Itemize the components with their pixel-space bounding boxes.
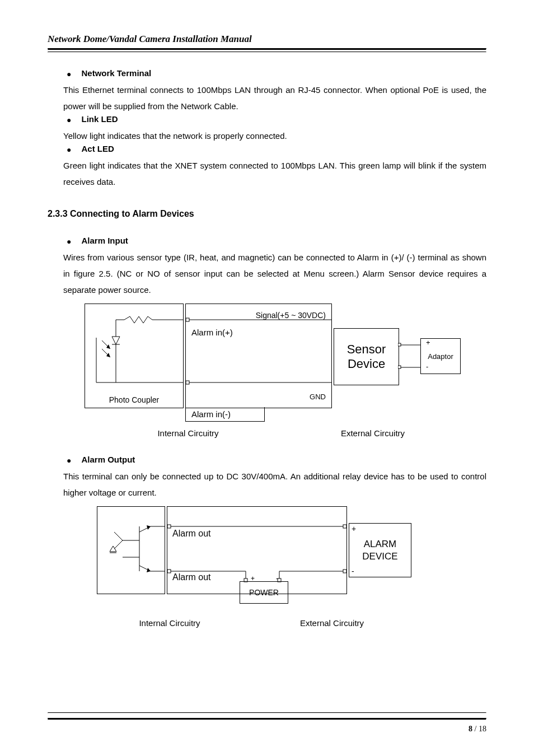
svg-marker-27: [147, 568, 151, 572]
svg-rect-12: [186, 318, 189, 321]
power-minus: -: [276, 575, 278, 582]
diagram1-caption-right: External Circuitry: [280, 428, 465, 438]
svg-line-20: [114, 540, 123, 549]
alarm-out-label-1: Alarm out: [172, 529, 210, 539]
d2-left-box: [97, 506, 165, 594]
diagram1-caption-left: Internal Circuitry: [85, 428, 280, 438]
alarm-device-label: ALARM DEVICE: [349, 538, 411, 563]
bullet-label: Network Terminal: [81, 68, 151, 78]
power-box: POWER: [240, 581, 288, 604]
sensor-device-label: Sensor Device: [334, 342, 399, 371]
photo-coupler-schematic: [85, 304, 183, 408]
svg-marker-21: [110, 546, 116, 552]
sensor-adaptor-wires: [398, 328, 420, 384]
bullet-label: Act LED: [81, 144, 114, 153]
para-alarm-output: This terminal can only be connected up t…: [63, 468, 486, 501]
diagram-alarm-input: Photo Coupler Signal(+5 ~ 30VDC) Alarm i…: [85, 304, 465, 424]
adaptor-minus: -: [426, 362, 428, 371]
bullet-network-terminal: ● Network Terminal: [67, 68, 486, 80]
power-plus: +: [251, 575, 255, 582]
bullet-act-led: ● Act LED: [67, 144, 486, 155]
diagram-alarm-output: Alarm out Alarm out POWER + - ALARM DEVI…: [97, 506, 421, 613]
power-label: POWER: [249, 588, 279, 597]
footer-rule-thick: [48, 718, 486, 720]
page-total: 18: [479, 725, 486, 733]
adaptor-plus: +: [426, 338, 430, 347]
para-act-led: Green light indicates that the XNET syst…: [63, 157, 486, 190]
diagram2-caption-right: External Circuitry: [242, 618, 421, 628]
gnd-label: GND: [310, 393, 326, 401]
svg-marker-3: [112, 337, 120, 344]
bullet-label: Alarm Output: [81, 455, 135, 464]
svg-rect-18: [398, 366, 401, 368]
svg-marker-25: [147, 525, 151, 530]
diagram1-captions: Internal Circuitry External Circuitry: [85, 428, 465, 438]
section-heading-233: 2.3.3 Connecting to Alarm Devices: [48, 209, 486, 219]
page-sep: /: [472, 725, 479, 733]
alarm-device-minus: -: [352, 567, 354, 576]
bullet-dot-icon: ●: [67, 68, 71, 80]
para-network-terminal: This Ethernet terminal connects to 100Mb…: [63, 82, 486, 114]
signal-box: Signal(+5 ~ 30VDC) Alarm in(+) GND: [185, 304, 332, 408]
svg-rect-34: [343, 525, 346, 528]
bullet-dot-icon: ●: [67, 455, 71, 466]
svg-marker-7: [106, 344, 110, 349]
sensor-device-box: Sensor Device: [334, 328, 399, 385]
photo-coupler-box: Photo Coupler: [85, 304, 184, 408]
diagram2-captions: Internal Circuitry External Circuitry: [97, 618, 421, 628]
svg-rect-16: [398, 343, 401, 346]
bullet-label: Link LED: [81, 114, 118, 124]
photo-coupler-label: Photo Coupler: [85, 395, 183, 404]
bullet-alarm-input: ● Alarm Input: [67, 236, 486, 247]
alarm-device-box: ALARM DEVICE: [349, 523, 411, 577]
signal-label: Signal(+5 ~ 30VDC): [256, 311, 326, 320]
svg-rect-38: [343, 570, 346, 573]
bullet-dot-icon: ●: [67, 114, 71, 125]
para-link-led: Yellow light indicates that the network …: [63, 128, 486, 144]
footer-rule-thin: [48, 712, 486, 713]
bullet-link-led: ● Link LED: [67, 114, 486, 125]
alarm-out-label-2: Alarm out: [172, 572, 210, 582]
svg-rect-35: [167, 570, 171, 573]
bullet-dot-icon: ●: [67, 144, 71, 155]
alarm-in-plus-label: Alarm in(+): [191, 328, 233, 337]
para-alarm-input: Wires from various sensor type (IR, heat…: [63, 249, 486, 298]
page-header-title: Network Dome/Vandal Camera Installation …: [48, 34, 486, 45]
header-rule-thin: [48, 52, 486, 53]
svg-rect-14: [186, 381, 189, 384]
svg-marker-9: [106, 353, 110, 357]
svg-rect-33: [167, 525, 171, 528]
svg-line-19: [114, 532, 123, 540]
alarm-in-minus-label: Alarm in(-): [185, 407, 265, 422]
bullet-alarm-output: ● Alarm Output: [67, 455, 486, 466]
page-number: 8 / 18: [48, 725, 486, 734]
adaptor-label: Adaptor: [428, 352, 453, 361]
header-rule-thick: [48, 48, 486, 50]
bullet-label: Alarm Input: [81, 236, 128, 245]
d2-internal-schematic: [97, 507, 165, 594]
bullet-dot-icon: ●: [67, 236, 71, 247]
page-footer: 8 / 18: [48, 708, 486, 734]
alarm-device-plus: +: [352, 524, 356, 533]
diagram2-caption-left: Internal Circuitry: [97, 618, 242, 628]
